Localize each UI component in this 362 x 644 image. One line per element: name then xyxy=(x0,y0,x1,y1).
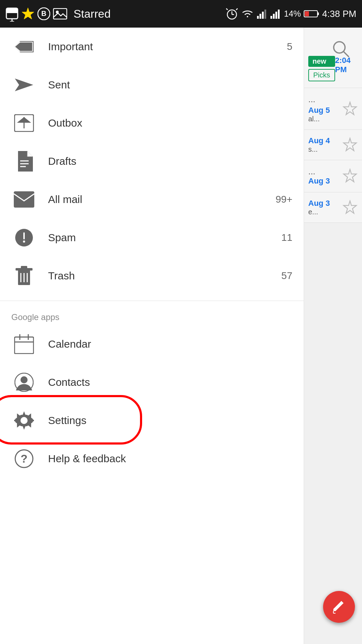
sent-label: Sent xyxy=(48,79,292,91)
alarm-icon xyxy=(226,7,238,20)
compose-fab-button[interactable] xyxy=(323,591,355,623)
sidebar-item-spam[interactable]: Spam 11 xyxy=(0,219,304,257)
calendar-icon xyxy=(11,331,37,357)
email-peek-content-3: Aug 4 s... xyxy=(308,136,342,153)
calendar-label: Calendar xyxy=(48,338,292,350)
email-date-3: Aug 4 xyxy=(308,136,330,145)
help-label: Help & feedback xyxy=(48,453,292,465)
b-icon: B xyxy=(37,7,50,20)
svg-rect-24 xyxy=(317,12,319,15)
star-outline-5[interactable] xyxy=(342,200,358,215)
drawer: Important 5 Sent Outbox xyxy=(0,28,304,644)
star-outline-2[interactable] xyxy=(342,101,358,117)
svg-point-50 xyxy=(21,376,28,383)
email-date-2: Aug 5 xyxy=(308,106,330,115)
svg-marker-58 xyxy=(344,138,356,151)
email-snippet-2: ... xyxy=(308,94,315,104)
svg-rect-1 xyxy=(6,8,18,13)
email-peek-row-3: Aug 4 s... xyxy=(304,130,362,160)
trash-label: Trash xyxy=(48,270,281,282)
sidebar-item-calendar[interactable]: Calendar xyxy=(0,325,304,363)
sidebar-item-drafts[interactable]: Drafts xyxy=(0,142,304,180)
svg-rect-15 xyxy=(259,14,261,19)
important-icon xyxy=(11,34,37,59)
search-icon xyxy=(332,40,350,58)
sidebar-item-allmail[interactable]: All mail 99+ xyxy=(0,180,304,219)
svg-marker-59 xyxy=(344,169,356,182)
contacts-icon xyxy=(11,370,37,395)
email-peek-row-2: ... Aug 5 al... xyxy=(304,88,362,130)
svg-point-52 xyxy=(21,417,28,424)
email-text-3: s... xyxy=(308,145,318,153)
email-date-5: Aug 3 xyxy=(308,199,330,208)
svg-line-56 xyxy=(344,52,349,57)
drafts-icon xyxy=(11,149,37,174)
settings-icon xyxy=(11,408,37,433)
status-bar-left: B Starred xyxy=(6,6,111,22)
image-icon xyxy=(53,8,67,19)
allmail-label: All mail xyxy=(48,193,276,205)
email-peek-row-5: Aug 3 e... xyxy=(304,192,362,223)
search-button[interactable] xyxy=(327,35,355,63)
sidebar-item-contacts[interactable]: Contacts xyxy=(0,363,304,401)
trash-count: 57 xyxy=(281,270,292,282)
email-snippet-4: ... xyxy=(308,167,315,176)
email-text-2: al... xyxy=(308,115,320,123)
svg-point-38 xyxy=(23,240,25,243)
svg-rect-23 xyxy=(305,11,309,16)
svg-text:?: ? xyxy=(21,452,28,465)
contacts-label: Contacts xyxy=(48,376,292,388)
sidebar-item-help[interactable]: ? Help & feedback xyxy=(0,440,304,478)
sidebar-item-important[interactable]: Important 5 xyxy=(0,28,304,66)
sidebar-item-outbox[interactable]: Outbox xyxy=(0,104,304,142)
star-outline-4[interactable] xyxy=(342,168,358,184)
outbox-icon xyxy=(11,110,37,136)
drafts-label: Drafts xyxy=(48,155,292,167)
svg-rect-18 xyxy=(270,16,272,19)
trash-icon xyxy=(11,263,37,289)
compose-icon xyxy=(331,599,347,615)
help-icon: ? xyxy=(11,446,37,471)
signal-icon-2 xyxy=(270,9,281,19)
svg-rect-19 xyxy=(273,14,275,19)
svg-marker-60 xyxy=(344,201,356,213)
star-outline-3[interactable] xyxy=(342,137,358,153)
page-title: Starred xyxy=(74,7,111,21)
wifi-icon xyxy=(241,9,254,19)
sidebar-item-sent[interactable]: Sent xyxy=(0,66,304,104)
spam-count: 11 xyxy=(281,232,292,243)
svg-rect-21 xyxy=(278,10,280,19)
svg-rect-16 xyxy=(262,12,264,19)
svg-marker-4 xyxy=(22,8,34,19)
svg-marker-28 xyxy=(15,79,33,91)
svg-text:B: B xyxy=(41,10,46,17)
main-container: Important 5 Sent Outbox xyxy=(0,28,362,644)
svg-line-12 xyxy=(226,8,228,10)
right-panel: new Picks 2:04 PM ... Aug 5 al... Aug xyxy=(304,28,362,644)
status-bar: B Starred xyxy=(0,0,362,28)
star-icon xyxy=(21,7,35,21)
email-peek-content-5: Aug 3 e... xyxy=(308,199,342,216)
outbox-label: Outbox xyxy=(48,117,292,129)
sidebar-item-settings[interactable]: Settings xyxy=(0,401,304,440)
signal-icon xyxy=(257,9,268,19)
svg-rect-7 xyxy=(53,8,67,19)
sidebar-item-trash[interactable]: Trash 57 xyxy=(0,257,304,295)
battery-percent: 14% xyxy=(284,9,301,19)
important-label: Important xyxy=(48,41,287,53)
sent-icon xyxy=(11,72,37,98)
time: 4:38 PM xyxy=(322,8,356,19)
svg-rect-35 xyxy=(14,191,34,208)
notification-icon xyxy=(6,6,18,22)
allmail-count: 99+ xyxy=(276,194,293,205)
important-count: 5 xyxy=(287,41,292,52)
email-peek-row-4: ... Aug 3 xyxy=(304,160,362,192)
google-apps-section-label: Google apps xyxy=(0,307,304,325)
svg-line-13 xyxy=(236,8,238,10)
settings-label: Settings xyxy=(48,414,292,427)
svg-rect-17 xyxy=(264,10,266,19)
svg-marker-57 xyxy=(344,102,356,115)
svg-rect-45 xyxy=(14,337,34,354)
divider xyxy=(0,301,304,301)
status-bar-right: 14% 4:38 PM xyxy=(226,7,356,20)
